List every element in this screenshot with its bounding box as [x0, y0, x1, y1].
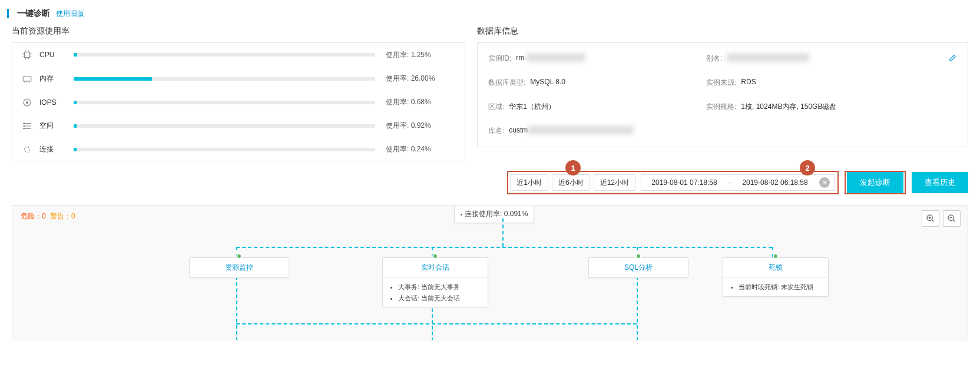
metric-usage: 使用率: 0.92%: [386, 121, 456, 131]
info-label: 实例规格:: [706, 102, 736, 112]
memory-icon: [21, 72, 34, 85]
info-value: 华东1（杭州）: [509, 102, 555, 112]
usage-panel-title: 当前资源使用率: [12, 26, 465, 37]
node-realtime-session[interactable]: 实时会话 大事务: 当前无大事务 大会话: 当前无大会话: [382, 257, 488, 307]
info-label: 库名:: [488, 126, 504, 136]
info-label: 区域:: [488, 102, 504, 112]
metric-name: 内存: [39, 74, 74, 84]
cpu-icon: [21, 48, 34, 61]
connection-icon: [21, 143, 34, 156]
node-resource-monitor[interactable]: 资源监控: [189, 257, 289, 278]
svg-point-5: [24, 125, 25, 127]
usage-panel: CPU 使用率: 1.25% 内存 使用率: 26.00% IOPS 使用率: …: [12, 42, 465, 161]
edit-alias-icon[interactable]: [949, 54, 957, 64]
metric-row-cpu: CPU 使用率: 1.25%: [12, 43, 465, 67]
info-value: RDS: [741, 78, 756, 88]
node-line: 大会话: 当前无大会话: [398, 293, 481, 304]
info-label: 实例来源:: [706, 78, 736, 88]
info-value: rm-xxxxxxxxxxxxx: [516, 54, 585, 64]
metric-name: 空间: [39, 121, 74, 131]
start-time-input[interactable]: [646, 178, 723, 187]
info-label: 数据库类型:: [488, 78, 525, 88]
start-diagnosis-button[interactable]: 发起诊断: [847, 172, 903, 193]
info-panel-title: 数据库信息: [477, 26, 968, 37]
metric-name: 连接: [39, 144, 74, 154]
info-panel: 实例ID:rm-xxxxxxxxxxxxx 别名:xxxxxxxxx 数据库类型…: [477, 42, 968, 147]
annotation-badge-2: 2: [800, 160, 815, 175]
end-time-input[interactable]: [737, 178, 813, 187]
metric-name: CPU: [39, 51, 74, 59]
metric-row-memory: 内存 使用率: 26.00%: [12, 67, 465, 90]
info-label: 别名:: [706, 54, 722, 64]
annotation-badge-1: 1: [565, 160, 581, 175]
metric-row-connections: 连接 使用率: 0.24%: [12, 137, 465, 161]
svg-point-4: [24, 122, 25, 124]
metric-usage: 使用率: 0.24%: [386, 144, 456, 154]
metric-row-iops: IOPS 使用率: 0.68%: [12, 90, 465, 114]
svg-point-3: [27, 101, 28, 103]
info-value: 1核, 1024MB内存, 150GB磁盘: [741, 102, 836, 112]
preset-6h-button[interactable]: 近6小时: [552, 174, 590, 191]
clear-time-icon[interactable]: ✕: [819, 177, 830, 188]
node-line: 当前时段死锁: 未发生死锁: [739, 281, 821, 293]
page-title: 一键诊断: [17, 8, 50, 19]
metric-name: IOPS: [39, 98, 74, 107]
node-sql-analysis[interactable]: SQL分析: [588, 257, 688, 278]
diagnosis-diagram[interactable]: 危险：0 警告：0 连接使用率: 0.091% 资源监控 实时会话 大事务: 当…: [12, 205, 968, 340]
node-deadlock[interactable]: 死锁 当前时段死锁: 未发生死锁: [723, 257, 829, 297]
info-label: 实例ID:: [488, 54, 511, 64]
metric-row-space: 空间 使用率: 0.92%: [12, 114, 465, 137]
time-range-group: 近1小时 近6小时 近12小时 - ✕: [507, 171, 839, 194]
svg-rect-1: [23, 77, 31, 81]
diagram-tooltip: 连接使用率: 0.091%: [454, 205, 534, 223]
storage-icon: [21, 120, 34, 132]
svg-point-6: [24, 128, 25, 129]
preset-12h-button[interactable]: 近12小时: [594, 174, 635, 191]
use-old-version-link[interactable]: 使用旧版: [56, 9, 84, 19]
info-value: xxxxxxxxx: [727, 54, 809, 62]
info-value: custmxxxxxxxxxxxxxxxxxx: [509, 126, 634, 136]
zoom-out-button[interactable]: [943, 210, 961, 227]
metric-usage: 使用率: 1.25%: [386, 50, 456, 60]
zoom-in-button[interactable]: [922, 210, 939, 227]
time-separator: -: [729, 178, 731, 187]
info-value: MySQL 8.0: [530, 78, 565, 88]
svg-rect-0: [25, 52, 30, 58]
metric-usage: 使用率: 26.00%: [386, 74, 456, 84]
date-range-picker[interactable]: - ✕: [641, 174, 835, 191]
node-line: 大事务: 当前无大事务: [398, 281, 481, 293]
preset-1h-button[interactable]: 近1小时: [510, 174, 548, 191]
risk-summary: 危险：0 警告：0: [21, 211, 75, 221]
svg-point-7: [25, 147, 30, 152]
iops-icon: [21, 96, 34, 109]
view-history-button[interactable]: 查看历史: [912, 172, 968, 193]
metric-usage: 使用率: 0.68%: [386, 97, 456, 107]
